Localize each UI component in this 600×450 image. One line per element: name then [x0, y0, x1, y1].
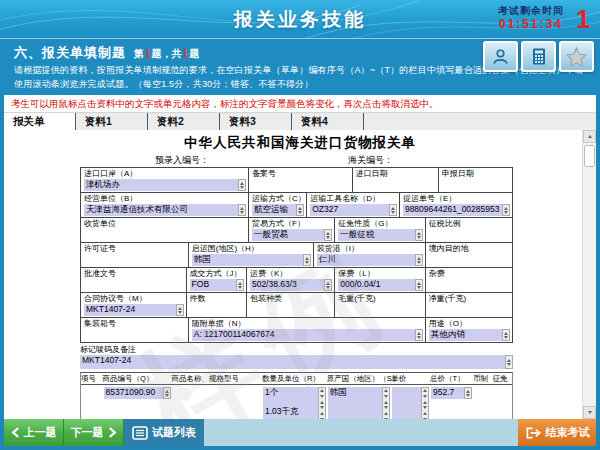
spinner-icon[interactable]	[163, 387, 171, 399]
tab-material-3[interactable]: 资料3	[220, 113, 292, 131]
field-value-loading-port[interactable]: 仁川	[317, 254, 415, 266]
spinner-icon[interactable]	[415, 329, 423, 341]
up-arrow-icon	[466, 390, 470, 393]
spinner-icon[interactable]	[415, 229, 423, 241]
field-value-bill-no[interactable]: 98809644261_00285953	[403, 204, 502, 216]
field-declare-date: 申报日期	[439, 168, 512, 192]
col-commodity-code: 商品编号（Q）	[103, 374, 172, 384]
exit-icon	[525, 426, 542, 440]
up-arrow-icon	[305, 257, 309, 260]
goods-origin-value[interactable]: 韩国	[328, 387, 383, 419]
tab-material-4[interactable]: 资料4	[292, 113, 364, 131]
progress-text: 题，共	[152, 48, 182, 59]
scroll-up-button[interactable]	[583, 130, 596, 143]
scrollbar-thumb[interactable]	[584, 145, 595, 167]
goods-total-value[interactable]: 952.7	[431, 387, 464, 399]
spinner-icon[interactable]	[464, 387, 472, 399]
col-commodity-name: 商品名称、规格型号	[172, 374, 263, 384]
goods-quantity-value[interactable]: 1个 1.03千克	[263, 387, 318, 419]
field-label: 收货单位	[84, 219, 246, 229]
field-label: 批准文号	[84, 269, 184, 279]
field-label: 许可证号	[84, 244, 186, 254]
field-net-weight: 净重(千克)	[426, 293, 512, 317]
favorite-button[interactable]	[559, 41, 594, 72]
table-row: 许可证号 启运国(地区)（H） 韩国 装货港（I） 仁川 境内目的地	[81, 243, 512, 268]
field-tax-ratio: 征税比例	[426, 218, 512, 242]
spinner-icon[interactable]	[303, 254, 311, 266]
quantity-line-1: 1个	[265, 387, 316, 398]
field-bill-no: 提运单号（E） 98809644261_00285953	[400, 193, 512, 217]
spinner-icon[interactable]	[502, 329, 510, 341]
field-value-usage[interactable]: 其他内销	[429, 329, 502, 341]
customs-number-label: 海关编号：	[348, 154, 393, 167]
user-button[interactable]	[483, 41, 518, 72]
down-arrow-icon	[320, 395, 324, 398]
scroll-down-button[interactable]	[583, 406, 596, 419]
spinner-icon[interactable]	[502, 204, 510, 216]
spinner-icon[interactable]	[505, 355, 513, 369]
star-icon	[566, 47, 587, 67]
field-value-transport-mode[interactable]: 航空运输	[252, 204, 296, 216]
tab-material-2[interactable]: 资料2	[148, 113, 220, 131]
field-value-operator-unit[interactable]: 天津益海通信技术有限公司	[84, 204, 238, 216]
previous-question-button[interactable]: 上一题	[4, 419, 64, 446]
field-value-trade-mode[interactable]: 一般贸易	[252, 229, 324, 241]
spinner-icon[interactable]	[238, 179, 246, 191]
spinner-icon[interactable]	[389, 204, 397, 216]
field-label: 用途（O）	[429, 319, 510, 329]
spinner-icon[interactable]	[324, 279, 332, 291]
timer-value: 01:51:34	[498, 17, 564, 33]
spinner-icon[interactable]	[296, 204, 304, 216]
end-exam-button[interactable]: 结束考试	[518, 419, 596, 446]
goods-code-value[interactable]: 85371090.90	[104, 387, 163, 399]
spinner-icon[interactable]	[421, 387, 429, 419]
col-currency: 币制	[473, 374, 492, 384]
calculator-button[interactable]	[521, 41, 556, 72]
up-arrow-icon	[320, 389, 324, 392]
field-label: 申报日期	[442, 169, 510, 179]
down-arrow-icon	[417, 236, 421, 239]
field-value-transport-tool[interactable]: OZ327	[310, 204, 389, 216]
down-arrow-icon	[240, 211, 244, 214]
field-gross-weight: 毛重(千克)	[335, 293, 426, 317]
tab-material-1[interactable]: 资料1	[76, 113, 148, 131]
spinner-icon[interactable]	[415, 254, 423, 266]
spinner-icon[interactable]	[415, 279, 423, 291]
spinner-icon[interactable]	[176, 304, 184, 316]
progress-total: 1	[182, 48, 190, 59]
field-value-levy-nature[interactable]: 一般征税	[338, 229, 415, 241]
app-header: 报关业务技能 考试剩余时间 01:51:34 1	[0, 0, 600, 38]
field-package-count: 件数	[187, 293, 247, 317]
field-value-attached-documents[interactable]: A: 121700114067674	[192, 329, 415, 341]
next-question-button[interactable]: 下一题	[64, 419, 124, 446]
up-arrow-icon	[240, 207, 244, 210]
spinner-icon[interactable]	[238, 204, 246, 216]
field-label: 运输工具名称（D）	[310, 194, 397, 204]
field-label: 杂费	[429, 269, 510, 279]
field-value-marks[interactable]: MKT1407-24	[80, 355, 505, 369]
vertical-scrollbar[interactable]	[582, 130, 596, 419]
tab-declaration[interactable]: 报关单	[4, 113, 76, 131]
col-levy-exemption: 征免	[493, 374, 512, 384]
spinner-icon[interactable]	[324, 229, 332, 241]
question-list-button[interactable]: 试题列表	[124, 419, 204, 446]
goods-unit-price-value[interactable]	[392, 387, 421, 419]
down-arrow-icon	[384, 395, 388, 398]
field-value-import-port[interactable]: 津机场办	[84, 179, 238, 191]
spinner-icon[interactable]	[382, 387, 390, 419]
chevron-left-icon	[11, 426, 20, 439]
question-panel: 六、报关单填制题 第1题，共1题 请根据提供的资料，按照报关单填制规范的要求，在…	[0, 38, 600, 95]
progress-text: 题	[189, 48, 199, 59]
col-unit-price: 单价	[391, 374, 430, 384]
spinner-icon[interactable]	[318, 387, 326, 419]
field-value-insurance[interactable]: 000/0.04/1	[338, 279, 415, 291]
field-value-transaction-mode[interactable]: FOB	[190, 279, 236, 291]
field-value-freight[interactable]: 502/38.63/3	[250, 279, 324, 291]
toolbar-spacer	[204, 419, 518, 446]
progress-current: 1	[144, 48, 152, 59]
spinner-icon[interactable]	[236, 279, 244, 291]
field-value-departure-country[interactable]: 韩国	[192, 254, 303, 266]
down-arrow-icon	[588, 411, 592, 414]
up-arrow-icon	[240, 182, 244, 185]
field-value-contract-no[interactable]: MKT1407-24	[84, 304, 176, 316]
